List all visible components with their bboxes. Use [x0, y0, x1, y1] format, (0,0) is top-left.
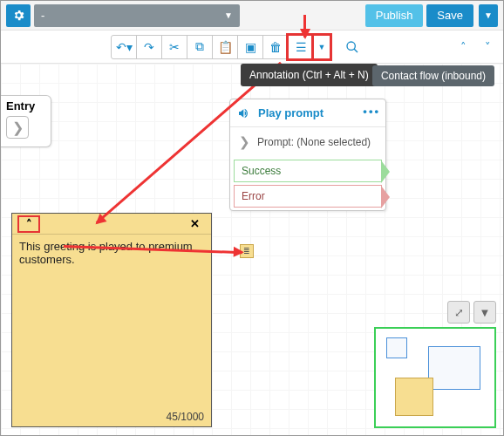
- chevron-up-icon: ˄: [26, 217, 32, 230]
- expand-down-button[interactable]: ˅: [477, 37, 498, 58]
- svg-point-0: [347, 42, 355, 50]
- annotation-dropdown-button[interactable]: ▼: [313, 35, 330, 59]
- cut-button[interactable]: ✂: [161, 35, 187, 59]
- branch-error-label: Error: [242, 190, 265, 202]
- minimap-node: [386, 337, 407, 358]
- chevron-right-icon: ❯: [12, 119, 24, 136]
- chevron-down-icon: ˅: [485, 40, 491, 53]
- branch-success-label: Success: [242, 165, 281, 177]
- gear-icon: [12, 9, 25, 22]
- save-dropdown-button[interactable]: ▼: [479, 4, 498, 27]
- fit-icon: ⤢: [454, 306, 464, 319]
- redo-button[interactable]: ↷: [136, 35, 162, 59]
- annotation-close-button[interactable]: ✕: [183, 215, 206, 233]
- entry-output-handle[interactable]: ❯: [6, 116, 29, 139]
- close-icon: ✕: [190, 217, 200, 230]
- header-bar: - ▼ Publish Save ▼: [1, 1, 503, 31]
- caret-down-icon: ▼: [480, 306, 491, 319]
- undo-icon: ↶▾: [116, 40, 133, 54]
- callout-arrow: [303, 15, 306, 37]
- svg-line-1: [354, 49, 358, 52]
- save-label: Save: [437, 9, 463, 22]
- minimap-toggle-button[interactable]: ▼: [473, 301, 496, 324]
- undo-button[interactable]: ↶▾: [111, 35, 137, 59]
- caret-down-icon: ▼: [318, 43, 326, 51]
- publish-button[interactable]: Publish: [365, 4, 424, 27]
- entry-label: Entry: [1, 96, 51, 116]
- minimap-annotation: [395, 378, 433, 416]
- branch-error[interactable]: Error: [234, 185, 382, 208]
- flow-type-pill: Contact flow (inbound): [372, 65, 494, 86]
- copy-icon: ⧉: [195, 39, 204, 54]
- minimap-tools: ⤢ ▼: [447, 301, 496, 324]
- node-header[interactable]: Play prompt •••: [230, 99, 385, 127]
- annotation-text[interactable]: This greeting is played to premium custo…: [12, 235, 211, 271]
- annotation-note[interactable]: ˄ ✕ This greeting is played to premium c…: [11, 213, 212, 427]
- node-prompt-row[interactable]: ❯ Prompt: (None selected): [230, 127, 385, 157]
- prompt-value: Prompt: (None selected): [257, 136, 371, 148]
- minimap[interactable]: [374, 327, 496, 428]
- annotation-collapse-button[interactable]: ˄: [17, 215, 40, 233]
- annotation-icon: ☰: [296, 40, 307, 54]
- delete-icon: 🗑: [269, 40, 282, 54]
- arrange-button[interactable]: ▣: [237, 35, 263, 59]
- flow-select-label: -: [41, 9, 44, 22]
- minimap-node: [428, 346, 480, 390]
- flow-select-dropdown[interactable]: - ▼: [34, 4, 240, 27]
- node-title: Play prompt: [258, 106, 324, 119]
- save-button[interactable]: Save: [426, 4, 473, 27]
- chevron-up-icon: ˄: [460, 40, 467, 53]
- publish-label: Publish: [376, 9, 413, 22]
- minimap-fit-button[interactable]: ⤢: [447, 301, 470, 324]
- paste-button[interactable]: 📋: [212, 35, 238, 59]
- caret-down-icon: ▼: [224, 10, 233, 20]
- annotation-header: ˄ ✕: [12, 214, 211, 235]
- caret-down-icon: ▼: [484, 10, 493, 20]
- gear-button[interactable]: [6, 4, 31, 27]
- arrange-icon: ▣: [245, 40, 256, 54]
- search-icon: [345, 40, 359, 54]
- entry-block[interactable]: Entry ❯: [1, 95, 51, 147]
- copy-button[interactable]: ⧉: [187, 35, 213, 59]
- annotation-tooltip: Annotation (Ctrl + Alt + N): [241, 64, 378, 86]
- collapse-up-button[interactable]: ˄: [453, 37, 473, 58]
- paste-icon: 📋: [218, 40, 233, 54]
- tool-group: ↶▾ ↷ ✂ ⧉ 📋 ▣ 🗑 ☰ ▼: [111, 35, 330, 59]
- node-more-button[interactable]: •••: [363, 105, 380, 118]
- cut-icon: ✂: [169, 40, 180, 54]
- toolbar-right: ˄ ˅: [453, 37, 498, 58]
- speaker-icon: [237, 106, 251, 120]
- branch-success[interactable]: Success: [234, 160, 382, 182]
- delete-button[interactable]: 🗑: [262, 35, 289, 59]
- chevron-right-icon: ❯: [239, 134, 250, 150]
- play-prompt-node[interactable]: Play prompt ••• ❯ Prompt: (None selected…: [229, 99, 386, 211]
- redo-icon: ↷: [144, 40, 154, 54]
- toolbar: ↶▾ ↷ ✂ ⧉ 📋 ▣ 🗑 ☰ ▼ ˄ ˅: [1, 31, 503, 64]
- annotation-char-count: 45/1000: [167, 411, 204, 423]
- search-button[interactable]: [339, 35, 365, 59]
